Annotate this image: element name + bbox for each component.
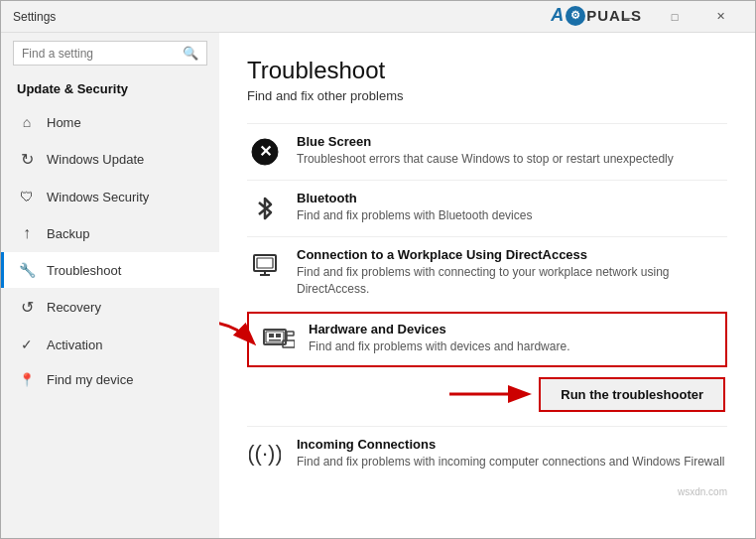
blue-screen-icon: ✕ bbox=[247, 134, 283, 170]
sidebar-item-label-activation: Activation bbox=[47, 337, 102, 352]
search-box[interactable]: 🔍 bbox=[13, 41, 207, 66]
maximize-button[interactable]: □ bbox=[652, 1, 697, 33]
sidebar-item-find-my-device[interactable]: 📍 Find my device bbox=[1, 362, 219, 397]
incoming-connections-desc: Find and fix problems with incoming comp… bbox=[297, 454, 727, 471]
settings-window: Settings A ⚙ PUALS — □ ✕ 🔍 Update & Secu… bbox=[0, 0, 756, 539]
sidebar-item-home[interactable]: ⌂ Home bbox=[1, 104, 219, 140]
appuals-logo: A ⚙ PUALS bbox=[551, 5, 642, 26]
hardware-devices-box[interactable]: Hardware and Devices Find and fix proble… bbox=[247, 312, 727, 367]
main-content: Troubleshoot Find and fix other problems… bbox=[219, 33, 755, 538]
sidebar-item-backup[interactable]: ↑ Backup bbox=[1, 214, 219, 252]
home-icon: ⌂ bbox=[17, 114, 37, 130]
search-input[interactable] bbox=[22, 47, 183, 61]
run-button-row: Run the troubleshooter bbox=[247, 377, 727, 412]
sidebar-item-windows-security[interactable]: 🛡 Windows Security bbox=[1, 179, 219, 214]
svg-rect-3 bbox=[257, 258, 273, 268]
svg-rect-12 bbox=[287, 332, 294, 336]
list-item-directaccess: Connection to a Workplace Using DirectAc… bbox=[247, 236, 727, 308]
sidebar-item-troubleshoot[interactable]: 🔧 Troubleshoot bbox=[1, 252, 219, 288]
page-subtitle: Find and fix other problems bbox=[247, 88, 727, 103]
svg-rect-9 bbox=[269, 334, 274, 337]
directaccess-desc: Find and fix problems with connecting to… bbox=[297, 264, 727, 298]
backup-icon: ↑ bbox=[17, 224, 37, 242]
blue-screen-desc: Troubleshoot errors that cause Windows t… bbox=[297, 151, 727, 168]
hardware-devices-section: Hardware and Devices Find and fix proble… bbox=[247, 312, 727, 367]
window-title: Settings bbox=[13, 10, 606, 24]
svg-text:((·)): ((·)) bbox=[249, 441, 281, 466]
bluetooth-desc: Find and fix problems with Bluetooth dev… bbox=[297, 207, 727, 224]
content-area: 🔍 Update & Security ⌂ Home ↻ Windows Upd… bbox=[1, 33, 755, 538]
recovery-icon: ↺ bbox=[17, 298, 37, 317]
bluetooth-icon bbox=[247, 191, 283, 226]
troubleshoot-icon: 🔧 bbox=[17, 262, 37, 278]
list-item-bluetooth: Bluetooth Find and fix problems with Blu… bbox=[247, 180, 727, 236]
incoming-connections-icon: ((·)) bbox=[247, 437, 283, 472]
list-item-blue-screen: ✕ Blue Screen Troubleshoot errors that c… bbox=[247, 123, 727, 180]
svg-rect-10 bbox=[276, 334, 281, 337]
svg-rect-11 bbox=[269, 339, 281, 341]
directaccess-title: Connection to a Workplace Using DirectAc… bbox=[297, 247, 727, 262]
bluetooth-title: Bluetooth bbox=[297, 191, 727, 205]
incoming-connections-title: Incoming Connections bbox=[297, 437, 727, 452]
hardware-desc: Find and fix problems with devices and h… bbox=[309, 338, 713, 355]
watermark: wsxdn.com bbox=[247, 486, 727, 497]
run-troubleshooter-button[interactable]: Run the troubleshooter bbox=[539, 377, 725, 412]
search-icon: 🔍 bbox=[183, 46, 198, 61]
arrow-to-button-svg bbox=[444, 376, 534, 412]
sidebar-item-activation[interactable]: ✓ Activation bbox=[1, 327, 219, 362]
sidebar-item-label-update: Windows Update bbox=[47, 152, 144, 167]
sidebar-item-label-backup: Backup bbox=[47, 226, 89, 241]
hardware-icon bbox=[261, 322, 297, 357]
titlebar: Settings A ⚙ PUALS — □ ✕ bbox=[1, 1, 755, 33]
page-title: Troubleshoot bbox=[247, 57, 727, 84]
close-button[interactable]: ✕ bbox=[697, 1, 743, 33]
sidebar-item-windows-update[interactable]: ↻ Windows Update bbox=[1, 140, 219, 179]
update-icon: ↻ bbox=[17, 150, 37, 169]
sidebar-item-recovery[interactable]: ↺ Recovery bbox=[1, 288, 219, 327]
directaccess-icon bbox=[247, 247, 283, 283]
security-icon: 🛡 bbox=[17, 189, 37, 204]
sidebar-item-label-recovery: Recovery bbox=[47, 300, 101, 315]
sidebar-item-label-security: Windows Security bbox=[47, 190, 149, 204]
svg-text:✕: ✕ bbox=[259, 143, 272, 160]
blue-screen-title: Blue Screen bbox=[297, 134, 727, 149]
find-device-icon: 📍 bbox=[17, 372, 37, 387]
sidebar-item-label-home: Home bbox=[47, 115, 81, 130]
sidebar-item-label-troubleshoot: Troubleshoot bbox=[47, 263, 121, 278]
activation-icon: ✓ bbox=[17, 337, 37, 352]
logo-gear-icon: ⚙ bbox=[566, 6, 585, 26]
list-item-incoming-connections: ((·)) Incoming Connections Find and fix … bbox=[247, 426, 727, 482]
sidebar-section-title: Update & Security bbox=[1, 77, 219, 104]
sidebar: 🔍 Update & Security ⌂ Home ↻ Windows Upd… bbox=[1, 33, 219, 538]
hardware-title: Hardware and Devices bbox=[309, 322, 713, 337]
sidebar-item-label-find-device: Find my device bbox=[47, 372, 133, 387]
